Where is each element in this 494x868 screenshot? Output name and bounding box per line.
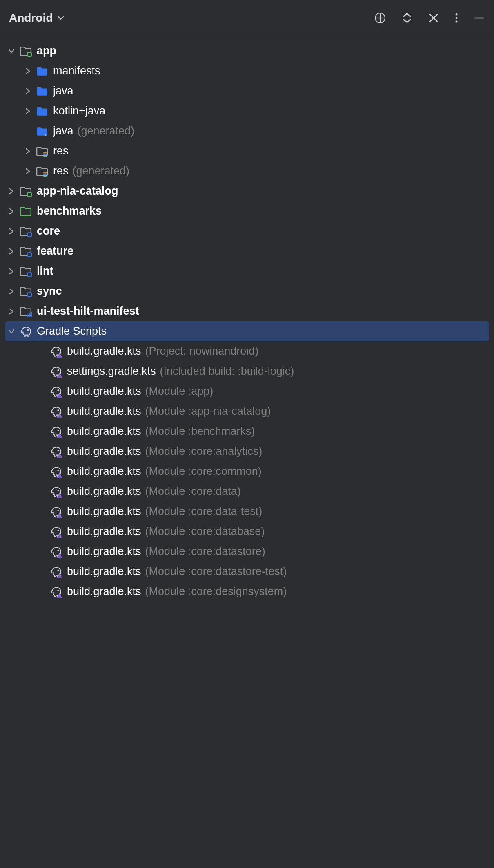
tree-node[interactable]: java(generated) — [0, 121, 494, 141]
svg-rect-7 — [27, 52, 31, 56]
svg-rect-20 — [29, 313, 30, 317]
tree-node[interactable]: java — [0, 81, 494, 101]
tree-node[interactable]: build.gradle.kts(Module :app-nia-catalog… — [0, 401, 494, 421]
gradle-file-icon — [50, 506, 62, 518]
chevron-right-icon[interactable] — [7, 308, 16, 315]
chevron-right-icon[interactable] — [7, 288, 16, 295]
tree-node-label: kotlin+java — [53, 105, 105, 117]
tree-node[interactable]: build.gradle.kts(Module :benchmarks) — [0, 421, 494, 441]
tree-node[interactable]: build.gradle.kts(Module :app) — [0, 381, 494, 401]
gradle-file-icon — [50, 425, 62, 438]
tree-node[interactable]: benchmarks — [0, 201, 494, 221]
chevron-right-icon[interactable] — [24, 168, 32, 175]
folder-gen-icon — [36, 125, 48, 137]
tree-node[interactable]: build.gradle.kts(Module :core:database) — [0, 521, 494, 541]
panel-actions — [374, 12, 485, 24]
tree-node[interactable]: Gradle Scripts — [5, 321, 489, 341]
tree-node[interactable]: build.gradle.kts(Project: nowinandroid) — [0, 341, 494, 361]
tree-node-suffix: (Module :app-nia-catalog) — [145, 405, 271, 418]
tree-node-suffix: (Module :core:database) — [145, 525, 265, 538]
gradle-elephant-icon — [20, 325, 32, 338]
tree-node[interactable]: build.gradle.kts(Module :core:analytics) — [0, 441, 494, 461]
tree-node[interactable]: build.gradle.kts(Module :core:datastore-… — [0, 562, 494, 582]
tree-node[interactable]: sync — [0, 281, 494, 301]
gradle-file-icon — [50, 485, 62, 498]
view-selector[interactable]: Android — [9, 11, 65, 25]
tree-node[interactable]: lint — [0, 261, 494, 281]
folder-res-icon — [36, 165, 48, 177]
chevron-right-icon[interactable] — [7, 248, 16, 255]
gradle-file-icon — [50, 586, 62, 598]
chevron-right-icon[interactable] — [24, 67, 32, 75]
tree-node[interactable]: app — [0, 41, 494, 61]
tree-node[interactable]: settings.gradle.kts(Included build: :bui… — [0, 361, 494, 381]
tree-node-suffix: (Module :core:datastore) — [145, 545, 265, 558]
folder-res-icon — [36, 145, 48, 157]
chevron-right-icon[interactable] — [7, 228, 16, 235]
tree-node-label: build.gradle.kts — [67, 585, 141, 598]
module-folder-icon — [20, 45, 32, 57]
more-options-icon[interactable] — [455, 12, 458, 24]
module-group-icon — [20, 225, 32, 237]
tree-node-suffix: (Module :app) — [145, 385, 214, 398]
tree-node[interactable]: app-nia-catalog — [0, 181, 494, 201]
chevron-right-icon[interactable] — [7, 268, 16, 275]
chevron-right-icon[interactable] — [24, 148, 32, 155]
tree-node[interactable]: build.gradle.kts(Module :core:designsyst… — [0, 582, 494, 602]
chevron-right-icon[interactable] — [7, 208, 16, 215]
tree-node-label: settings.gradle.kts — [67, 365, 156, 378]
gradle-file-icon — [50, 526, 62, 538]
tree-node-suffix: (Module :core:data) — [145, 485, 241, 498]
tree-node[interactable]: kotlin+java — [0, 101, 494, 121]
tree-node[interactable]: core — [0, 221, 494, 241]
module-folder-icon — [20, 185, 32, 197]
gradle-file-icon — [50, 385, 62, 398]
tree-node[interactable]: feature — [0, 241, 494, 261]
tree-node-suffix: (Module :core:analytics) — [145, 445, 263, 458]
tree-node[interactable]: build.gradle.kts(Module :core:data-test) — [0, 501, 494, 521]
gradle-file-icon — [50, 445, 62, 458]
tree-node[interactable]: res — [0, 141, 494, 161]
svg-point-3 — [456, 13, 458, 15]
tree-node[interactable]: build.gradle.kts(Module :core:data) — [0, 481, 494, 501]
tree-node-label: build.gradle.kts — [67, 465, 141, 478]
tree-node[interactable]: build.gradle.kts(Module :core:common) — [0, 461, 494, 481]
chevron-down-icon[interactable] — [7, 47, 16, 55]
tree-node[interactable]: res(generated) — [0, 161, 494, 181]
tree-node-label: build.gradle.kts — [67, 545, 141, 558]
tree-node-label: java — [53, 125, 73, 137]
svg-rect-18 — [27, 293, 31, 297]
svg-rect-21 — [31, 312, 32, 317]
chevron-down-icon[interactable] — [7, 328, 16, 335]
tree-node-label: build.gradle.kts — [67, 485, 141, 498]
svg-point-4 — [456, 17, 458, 19]
tree-node-label: benchmarks — [37, 205, 102, 217]
tree-node-label: res — [53, 165, 69, 177]
gradle-file-icon — [50, 365, 62, 378]
chevron-right-icon[interactable] — [7, 188, 16, 195]
collapse-all-icon[interactable] — [428, 12, 439, 24]
module-group-icon — [20, 265, 32, 277]
tree-node-label: build.gradle.kts — [67, 405, 141, 418]
tree-node-label: build.gradle.kts — [67, 565, 141, 578]
svg-rect-14 — [27, 192, 31, 197]
gradle-file-icon — [50, 546, 62, 558]
folder-blue-icon — [36, 85, 48, 97]
expand-collapse-icon[interactable] — [402, 12, 412, 24]
gradle-file-icon — [50, 345, 62, 358]
tree-node[interactable]: ui-test-hilt-manifest — [0, 301, 494, 321]
tree-node-label: build.gradle.kts — [67, 445, 141, 458]
chevron-right-icon[interactable] — [24, 87, 32, 95]
tree-node-label: build.gradle.kts — [67, 345, 141, 358]
select-opened-file-icon[interactable] — [374, 12, 386, 24]
chevron-down-icon — [57, 14, 65, 22]
minimize-icon[interactable] — [474, 12, 485, 24]
tree-node[interactable]: manifests — [0, 61, 494, 81]
tree-node-label: sync — [37, 285, 62, 298]
tree-node-label: build.gradle.kts — [67, 385, 141, 398]
tree-node[interactable]: build.gradle.kts(Module :core:datastore) — [0, 541, 494, 562]
chevron-right-icon[interactable] — [24, 107, 32, 115]
svg-rect-15 — [27, 233, 31, 237]
svg-rect-17 — [27, 273, 31, 277]
folder-blue-icon — [36, 65, 48, 77]
